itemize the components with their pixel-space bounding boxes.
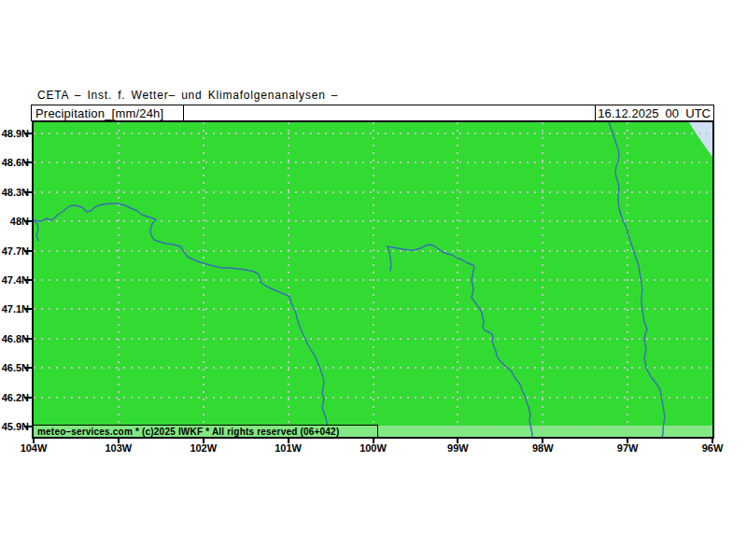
product-label: Precipitation_[mm/24h]	[32, 105, 184, 120]
lon-label: 96W	[692, 442, 733, 454]
lat-label: 48.6N	[0, 157, 29, 168]
river-line	[609, 122, 665, 437]
lat-label: 48N	[0, 216, 29, 227]
lon-label: 97W	[607, 442, 648, 454]
lon-label: 100W	[353, 442, 394, 454]
timestamp-label: 16.12.2025 00 UTC	[595, 105, 713, 120]
map-title: CETA – Inst. f. Wetter– und Klimafolgena…	[37, 89, 338, 102]
lat-label: 48.9N	[0, 128, 29, 139]
lon-label: 99W	[437, 442, 478, 454]
river-line	[388, 246, 391, 271]
river-line	[388, 245, 532, 437]
lon-label: 102W	[183, 442, 224, 454]
lon-label: 104W	[13, 442, 54, 454]
lat-label: 47.7N	[0, 245, 29, 257]
map-canvas: meteo–services.com * (c)2025 IWKF * All …	[32, 120, 714, 439]
lat-label: 46.5N	[0, 362, 29, 373]
lat-label: 48.3N	[0, 187, 29, 198]
lat-label: 47.1N	[0, 303, 29, 315]
river-line	[34, 203, 329, 437]
lat-label: 46.2N	[0, 392, 29, 403]
lon-label: 101W	[268, 442, 309, 454]
lat-label: 45.9N	[0, 421, 29, 432]
lat-label: 46.8N	[0, 333, 29, 344]
lon-label: 103W	[98, 442, 139, 454]
copyright-label: meteo–services.com * (c)2025 IWKF * All …	[34, 425, 378, 437]
weather-map-figure: CETA – Inst. f. Wetter– und Klimafolgena…	[0, 0, 747, 560]
header-bar: Precipitation_[mm/24h] 16.12.2025 00 UTC	[31, 105, 714, 121]
lon-label: 98W	[522, 442, 563, 454]
lat-label: 47.4N	[0, 274, 29, 286]
rivers-layer	[34, 122, 712, 437]
river-line	[34, 220, 38, 241]
